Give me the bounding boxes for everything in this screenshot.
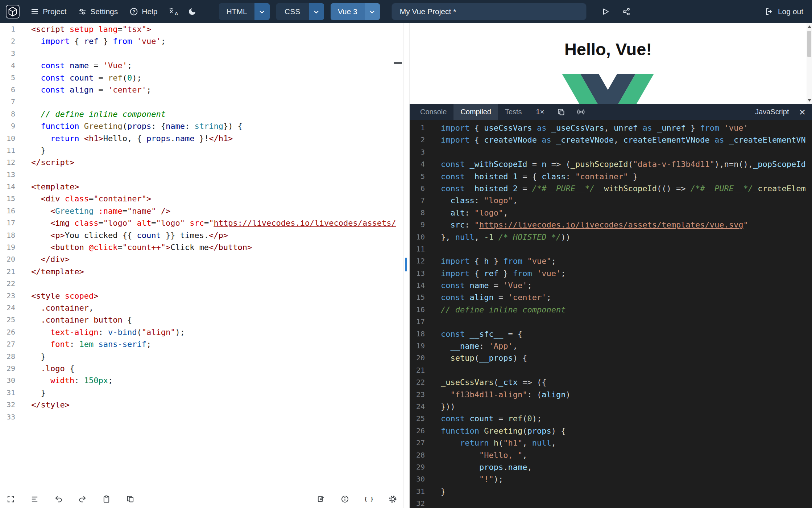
share-icon bbox=[622, 7, 631, 16]
code-line: 28 "Hello, ", bbox=[410, 449, 812, 461]
code-editor-pane: 1<script setup lang="tsx">2 import { ref… bbox=[0, 23, 403, 508]
copy-icon[interactable] bbox=[551, 104, 571, 120]
vue-logo bbox=[562, 74, 654, 104]
tab-vue3[interactable]: Vue 3 bbox=[331, 3, 380, 20]
tab-html-label: HTML bbox=[219, 3, 254, 20]
line-number: 6 bbox=[410, 183, 425, 194]
copy-code-icon[interactable] bbox=[126, 495, 134, 503]
pane-divider[interactable] bbox=[403, 23, 410, 508]
braces-icon[interactable]: { } bbox=[365, 495, 373, 503]
code-line[interactable]: 13 bbox=[0, 169, 403, 181]
compiled-code-viewer: 1import { useCssVars as _useCssVars, unr… bbox=[410, 120, 812, 508]
scrollbar-thumb[interactable] bbox=[807, 31, 811, 57]
chevron-down-icon[interactable] bbox=[254, 3, 270, 20]
code-line[interactable]: 2 import { ref } from 'vue'; bbox=[0, 35, 403, 47]
line-number: 22 bbox=[0, 278, 15, 290]
chevron-down-icon[interactable] bbox=[309, 3, 324, 20]
code-line[interactable]: 12</script> bbox=[0, 156, 403, 168]
project-title-input[interactable]: My Vue Project * bbox=[392, 3, 587, 20]
code-line[interactable]: 23<style scoped> bbox=[0, 290, 403, 302]
code-line[interactable]: 20 </div> bbox=[0, 253, 403, 265]
code-line: 22_useCssVars(_ctx => ({ bbox=[410, 376, 812, 388]
line-number: 4 bbox=[0, 60, 15, 71]
divider-handle[interactable] bbox=[405, 258, 407, 271]
code-line[interactable]: 16 <Greeting :name="name" /> bbox=[0, 205, 403, 217]
code-line[interactable]: 9 function Greeting(props: {name: string… bbox=[0, 120, 403, 132]
line-number: 13 bbox=[0, 169, 15, 181]
code-line[interactable]: 17 <img class="logo" alt="logo" src="htt… bbox=[0, 217, 403, 229]
settings-icon[interactable] bbox=[389, 495, 397, 503]
line-number: 13 bbox=[410, 267, 425, 279]
info-icon[interactable] bbox=[341, 495, 349, 503]
chevron-down-icon[interactable] bbox=[365, 3, 380, 20]
code-line[interactable]: 19 <button @click="count++">Click me</bu… bbox=[0, 241, 403, 253]
livecodes-logo[interactable] bbox=[6, 5, 20, 19]
code-line[interactable]: 32</style> bbox=[0, 399, 403, 411]
code-line[interactable]: 15 <div class="container"> bbox=[0, 193, 403, 205]
code-line: 11 bbox=[410, 243, 812, 255]
tab-html[interactable]: HTML bbox=[219, 3, 269, 20]
share-button[interactable] bbox=[618, 0, 635, 23]
code-line: 14const name = 'Vue'; bbox=[410, 279, 812, 291]
external-editor-icon[interactable] bbox=[317, 495, 325, 503]
project-menu-button[interactable]: Project bbox=[25, 0, 71, 23]
translate-button[interactable]: A bbox=[164, 0, 182, 23]
close-tools-button[interactable]: × bbox=[792, 104, 812, 120]
line-number: 8 bbox=[0, 108, 15, 120]
code-line[interactable]: 28 } bbox=[0, 351, 403, 362]
code-line[interactable]: 27 font: 1em sans-serif; bbox=[0, 338, 403, 350]
scrollbar-down-arrow[interactable] bbox=[808, 99, 811, 102]
vue-editor[interactable]: 1<script setup lang="tsx">2 import { ref… bbox=[0, 23, 403, 490]
code-line[interactable]: 8 // define inline component bbox=[0, 108, 403, 120]
code-line[interactable]: 14<template> bbox=[0, 181, 403, 193]
redo-icon[interactable] bbox=[78, 495, 87, 503]
code-line[interactable]: 29 .logo { bbox=[0, 362, 403, 374]
run-button[interactable] bbox=[597, 0, 614, 23]
code-line[interactable]: 24 .container, bbox=[0, 302, 403, 314]
line-number: 32 bbox=[410, 497, 425, 508]
line-number: 23 bbox=[0, 290, 15, 302]
code-line: 27 return h("h1", null, bbox=[410, 437, 812, 449]
hamburger-icon bbox=[30, 7, 39, 16]
code-line[interactable]: 22 bbox=[0, 278, 403, 290]
app-header: Project Settings ? Help A bbox=[0, 0, 812, 23]
code-line[interactable]: 10 return <h1>Hello, { props.name }!</h1… bbox=[0, 132, 403, 144]
code-line[interactable]: 4 const name = 'Vue'; bbox=[0, 60, 403, 71]
line-number: 18 bbox=[410, 328, 425, 340]
broadcast-icon[interactable] bbox=[571, 104, 591, 120]
dark-mode-toggle[interactable] bbox=[183, 0, 201, 23]
code-line[interactable]: 31 } bbox=[0, 387, 403, 399]
logout-button[interactable]: Log out bbox=[762, 7, 806, 16]
line-number: 8 bbox=[410, 207, 425, 219]
help-menu-button[interactable]: ? Help bbox=[124, 0, 162, 23]
code-line[interactable]: 18 <p>You clicked {{ count }} times.</p> bbox=[0, 229, 403, 241]
line-number: 30 bbox=[410, 473, 425, 485]
settings-menu-button[interactable]: Settings bbox=[73, 0, 123, 23]
focus-icon[interactable] bbox=[7, 495, 15, 503]
tab-console[interactable]: Console bbox=[413, 104, 453, 120]
tab-tests[interactable]: Tests bbox=[498, 104, 529, 120]
undo-icon[interactable] bbox=[54, 495, 63, 503]
zoom-control[interactable]: 1× bbox=[529, 104, 552, 120]
code-line[interactable]: 30 width: 150px; bbox=[0, 374, 403, 386]
code-line[interactable]: 5 const count = ref(0); bbox=[0, 72, 403, 84]
paste-icon[interactable] bbox=[102, 495, 111, 503]
code-line[interactable]: 3 bbox=[0, 48, 403, 60]
preview-scrollbar[interactable] bbox=[807, 23, 812, 104]
code-line[interactable]: 33 bbox=[0, 411, 403, 423]
code-line[interactable]: 21</template> bbox=[0, 266, 403, 278]
format-icon[interactable] bbox=[30, 495, 39, 503]
tab-compiled[interactable]: Compiled bbox=[453, 104, 498, 120]
line-number: 21 bbox=[0, 266, 15, 278]
tab-css[interactable]: CSS bbox=[276, 3, 324, 20]
scrollbar-up-arrow[interactable] bbox=[808, 25, 811, 28]
code-line[interactable]: 1<script setup lang="tsx"> bbox=[0, 23, 403, 35]
code-line[interactable]: 25 .container button { bbox=[0, 314, 403, 326]
code-line[interactable]: 6 const align = 'center'; bbox=[0, 84, 403, 96]
line-number: 21 bbox=[410, 364, 425, 376]
line-number: 18 bbox=[0, 229, 15, 241]
code-line[interactable]: 26 text-align: v-bind("align"); bbox=[0, 326, 403, 338]
code-line[interactable]: 11 } bbox=[0, 144, 403, 156]
line-number: 7 bbox=[0, 96, 15, 108]
code-line[interactable]: 7 bbox=[0, 96, 403, 108]
